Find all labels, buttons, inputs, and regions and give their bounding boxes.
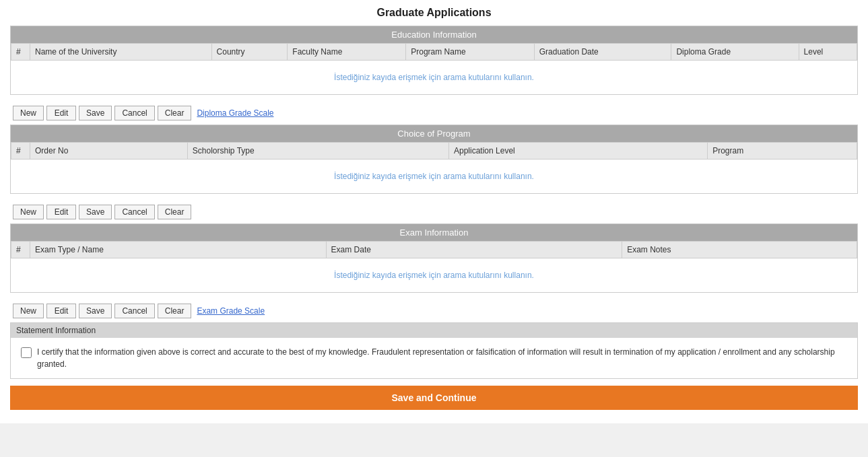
exam-edit-button[interactable]: Edit bbox=[46, 304, 76, 318]
edu-col-faculty: Faculty Name bbox=[288, 44, 406, 61]
program-cancel-button[interactable]: Cancel bbox=[114, 205, 154, 219]
education-section: Education Information # Name of the Univ… bbox=[10, 26, 858, 95]
education-section-header: Education Information bbox=[11, 26, 857, 43]
education-toolbar: New Edit Save Cancel Clear Diploma Grade… bbox=[10, 102, 858, 125]
diploma-grade-scale-link[interactable]: Diploma Grade Scale bbox=[194, 108, 276, 118]
edu-col-diploma-grade: Diploma Grade bbox=[671, 44, 799, 61]
exam-col-type: Exam Type / Name bbox=[30, 242, 327, 258]
program-toolbar: New Edit Save Cancel Clear bbox=[10, 201, 858, 223]
prog-col-scholarship: Scholorship Type bbox=[187, 143, 448, 160]
program-table: # Order No Scholorship Type Application … bbox=[11, 142, 857, 193]
education-clear-button[interactable]: Clear bbox=[158, 106, 192, 120]
statement-body: I certify that the information given abo… bbox=[11, 338, 857, 378]
statement-section: Statement Information I certify that the… bbox=[10, 322, 858, 379]
prog-col-order: Order No bbox=[30, 143, 188, 160]
statement-text: I certify that the information given abo… bbox=[37, 346, 847, 370]
prog-col-program: Program bbox=[708, 143, 857, 160]
program-edit-button[interactable]: Edit bbox=[46, 205, 76, 219]
exam-save-button[interactable]: Save bbox=[79, 304, 112, 318]
education-edit-button[interactable]: Edit bbox=[46, 106, 76, 120]
exam-section: Exam Information # Exam Type / Name Exam… bbox=[10, 223, 858, 293]
education-table: # Name of the University Country Faculty… bbox=[11, 43, 857, 94]
program-clear-button[interactable]: Clear bbox=[158, 205, 192, 219]
program-new-button[interactable]: New bbox=[13, 205, 44, 219]
program-empty-row: İstediğiniz kayıda erişmek için arama ku… bbox=[11, 160, 857, 194]
exam-empty-row: İstediğiniz kayıda erişmek için arama ku… bbox=[11, 258, 857, 293]
exam-new-button[interactable]: New bbox=[13, 304, 44, 318]
exam-table: # Exam Type / Name Exam Date Exam Notes … bbox=[11, 241, 857, 292]
edu-col-university: Name of the University bbox=[30, 44, 212, 61]
statement-label: I certify that the information given abo… bbox=[21, 346, 847, 370]
program-empty-message: İstediğiniz kayıda erişmek için arama ku… bbox=[11, 160, 857, 194]
edu-col-level: Level bbox=[799, 44, 857, 61]
exam-section-header: Exam Information bbox=[11, 224, 857, 241]
edu-col-grad-date: Graduation Date bbox=[534, 44, 671, 61]
prog-col-app-level: Application Level bbox=[449, 143, 708, 160]
education-empty-row: İstediğiniz kayıda erişmek için arama ku… bbox=[11, 61, 857, 95]
edu-col-country: Country bbox=[211, 44, 288, 61]
exam-col-notes: Exam Notes bbox=[622, 242, 857, 258]
edu-col-hash: # bbox=[11, 44, 30, 61]
statement-checkbox[interactable] bbox=[21, 347, 32, 358]
program-section: Choice of Program # Order No Scholorship… bbox=[10, 125, 858, 194]
program-save-button[interactable]: Save bbox=[79, 205, 112, 219]
education-save-button[interactable]: Save bbox=[79, 106, 112, 120]
prog-col-hash: # bbox=[11, 143, 30, 160]
exam-col-date: Exam Date bbox=[326, 242, 622, 258]
exam-col-hash: # bbox=[11, 242, 30, 258]
exam-clear-button[interactable]: Clear bbox=[158, 304, 192, 318]
statement-section-header: Statement Information bbox=[11, 323, 857, 338]
exam-grade-scale-link[interactable]: Exam Grade Scale bbox=[194, 306, 267, 316]
education-cancel-button[interactable]: Cancel bbox=[114, 106, 154, 120]
page-title: Graduate Applications bbox=[10, 7, 858, 19]
save-continue-bar[interactable]: Save and Continue bbox=[10, 386, 858, 410]
program-section-header: Choice of Program bbox=[11, 125, 857, 142]
education-empty-message: İstediğiniz kayıda erişmek için arama ku… bbox=[11, 61, 857, 95]
save-continue-label: Save and Continue bbox=[391, 392, 476, 403]
exam-toolbar: New Edit Save Cancel Clear Exam Grade Sc… bbox=[10, 300, 858, 322]
education-new-button[interactable]: New bbox=[13, 106, 44, 120]
edu-col-program: Program Name bbox=[406, 44, 534, 61]
exam-empty-message: İstediğiniz kayıda erişmek için arama ku… bbox=[11, 258, 857, 293]
exam-cancel-button[interactable]: Cancel bbox=[114, 304, 154, 318]
